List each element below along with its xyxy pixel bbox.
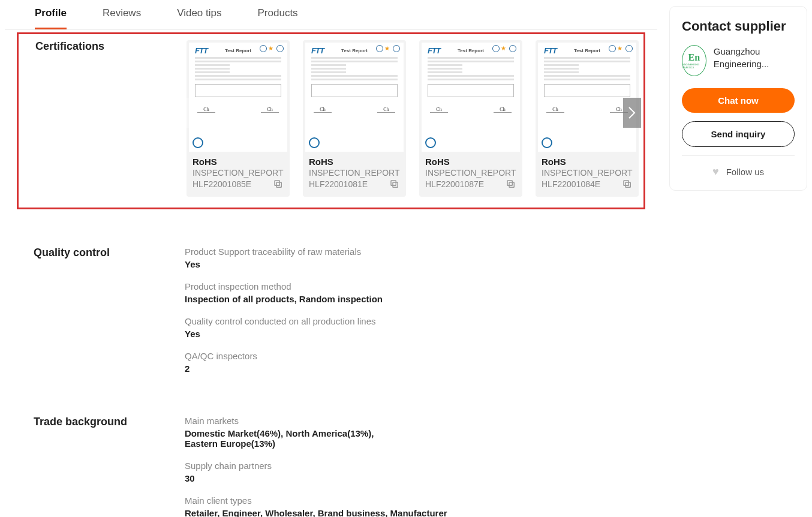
tab-reviews[interactable]: Reviews	[103, 7, 141, 29]
certification-card[interactable]: ★ FTT Test Report ChCh RoHS INSPECTION_R…	[419, 40, 522, 197]
contact-supplier-panel: Contact supplier En ENGINEERING PLASTICS…	[669, 6, 807, 191]
copy-icon[interactable]	[273, 179, 284, 190]
svg-rect-3	[391, 181, 396, 185]
svg-rect-4	[509, 182, 514, 187]
certification-thumbnail: ★ FTT Test Report ChCh	[422, 43, 520, 152]
kv-value: Yes	[185, 259, 401, 269]
kv-label: Main client types	[185, 495, 628, 506]
send-inquiry-button[interactable]: Send inquiry	[682, 121, 795, 147]
certification-thumbnail: ★ FTT Test Report ChCh	[538, 43, 636, 152]
certification-name: RoHS	[193, 157, 284, 167]
certification-name: RoHS	[309, 157, 400, 167]
follow-label: Follow us	[726, 167, 764, 177]
certification-file-line2: HLF22001087E	[425, 179, 516, 190]
certification-file-line2: HLF22001084E	[542, 179, 633, 190]
section-title: Quality control	[34, 247, 185, 374]
kv-value: Domestic Market(46%), North America(13%)…	[185, 428, 401, 449]
kv-value: Yes	[185, 329, 401, 339]
certification-file: INSPECTION_REPORT	[542, 168, 633, 178]
svg-rect-2	[393, 182, 398, 187]
svg-rect-5	[507, 181, 512, 185]
certification-carousel: ★ FTT Test Report ChCh RoHS INSPECTION_R…	[187, 40, 639, 197]
certification-card[interactable]: ★ FTT Test Report ChCh RoHS INSPECTION_R…	[187, 40, 290, 197]
kv-label: Quality control conducted on all product…	[185, 316, 401, 326]
tabs-bar: Profile Reviews Video tips Products	[5, 0, 657, 30]
copy-icon[interactable]	[389, 179, 400, 190]
tab-profile[interactable]: Profile	[35, 7, 67, 29]
copy-icon[interactable]	[622, 179, 633, 190]
certification-file: INSPECTION_REPORT	[309, 168, 400, 178]
section-title: Trade background	[34, 416, 185, 517]
section-quality-control: Quality control Product Support traceabi…	[5, 241, 657, 386]
follow-us-button[interactable]: ♥ Follow us	[682, 155, 795, 178]
kv-label: Product inspection method	[185, 281, 401, 291]
tab-products[interactable]: Products	[258, 7, 298, 29]
supplier-name[interactable]: Guangzhou Engineering...	[714, 45, 795, 70]
contact-panel-title: Contact supplier	[682, 19, 795, 34]
kv-label: Product Support traceability of raw mate…	[185, 247, 401, 257]
kv-label: QA/QC inspectors	[185, 351, 401, 361]
certifications-highlight: Certifications ★ FTT Test Report Ch	[17, 32, 645, 209]
certification-thumbnail: ★ FTT Test Report ChCh	[305, 43, 404, 152]
svg-rect-1	[275, 181, 279, 185]
svg-rect-6	[625, 182, 630, 187]
chat-now-button[interactable]: Chat now	[682, 88, 795, 113]
certification-card[interactable]: ★ FTT Test Report ChCh RoHS INSPECTION_R…	[303, 40, 406, 197]
kv-value: 30	[185, 473, 401, 483]
certification-thumbnail: ★ FTT Test Report ChCh	[189, 43, 287, 152]
kv-value: 2	[185, 363, 401, 374]
copy-icon[interactable]	[506, 179, 516, 190]
certification-file-line2: HLF22001085E	[193, 179, 284, 190]
certification-name: RoHS	[542, 157, 633, 167]
supplier-logo: En ENGINEERING PLASTICS	[682, 45, 706, 76]
chevron-right-icon	[628, 106, 636, 119]
tab-video-tips[interactable]: Video tips	[177, 7, 221, 29]
kv-label: Supply chain partners	[185, 461, 401, 471]
svg-rect-0	[276, 182, 281, 187]
svg-rect-7	[624, 181, 628, 185]
certification-file: INSPECTION_REPORT	[425, 168, 516, 178]
kv-value: Inspection of all products, Random inspe…	[185, 294, 401, 304]
section-title-certifications: Certifications	[35, 40, 187, 197]
certification-name: RoHS	[425, 157, 516, 167]
kv-label: Main markets	[185, 416, 401, 426]
certification-file: INSPECTION_REPORT	[193, 168, 284, 178]
certification-file-line2: HLF22001081E	[309, 179, 400, 190]
heart-icon: ♥	[712, 166, 719, 178]
carousel-next-button[interactable]	[623, 98, 641, 128]
kv-value: Retailer, Engineer, Wholesaler, Brand bu…	[185, 508, 628, 517]
main-content: Profile Reviews Video tips Products Cert…	[5, 0, 657, 517]
section-trade-background: Trade background Main marketsDomestic Ma…	[5, 410, 657, 517]
